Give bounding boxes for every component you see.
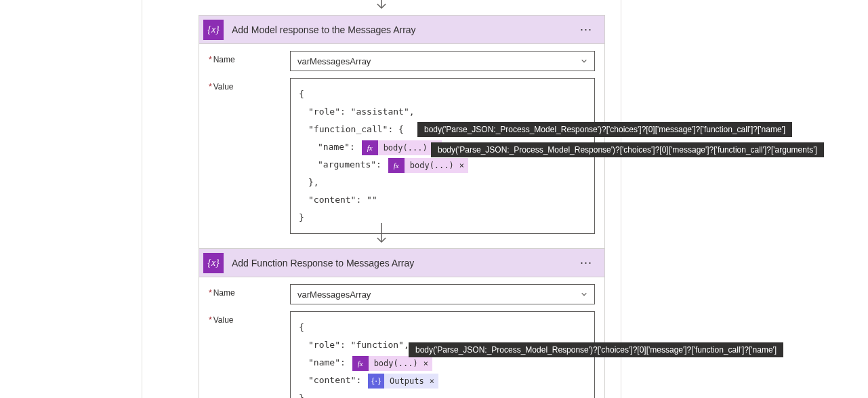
required-mark: * bbox=[209, 82, 212, 92]
more-menu-button[interactable]: ··· bbox=[577, 253, 595, 273]
required-mark: * bbox=[209, 288, 212, 298]
dynamic-content-icon: {·} bbox=[368, 374, 384, 389]
token-label: Outputs bbox=[384, 374, 430, 389]
expression-tooltip-name: body('Parse_JSON:_Process_Model_Response… bbox=[417, 122, 792, 137]
card-title: Add Model response to the Messages Array bbox=[232, 24, 577, 35]
action-card-add-function-response: {x} Add Function Response to Messages Ar… bbox=[199, 248, 605, 398]
token-remove-button[interactable]: × bbox=[459, 158, 468, 173]
field-label-name: *Name bbox=[209, 284, 290, 298]
variable-action-icon: {x} bbox=[203, 253, 224, 273]
container-border-right bbox=[621, 0, 621, 398]
expression-token-name[interactable]: fx body(...) × bbox=[362, 140, 442, 155]
code-line: "content": {·} Outputs × bbox=[299, 372, 586, 389]
chevron-down-icon bbox=[581, 58, 587, 64]
connector-arrow-top bbox=[142, 0, 621, 14]
field-row-name: *Name varMessagesArray bbox=[209, 51, 595, 71]
code-line: } bbox=[299, 389, 586, 398]
expression-token-arguments[interactable]: fx body(...) × bbox=[388, 158, 468, 173]
code-line: "arguments": fx body(...) × bbox=[299, 156, 586, 174]
name-select-value: varMessagesArray bbox=[297, 56, 371, 66]
required-mark: * bbox=[209, 315, 212, 325]
chevron-down-icon bbox=[581, 291, 587, 298]
card-title: Add Function Response to Messages Array bbox=[232, 258, 577, 268]
token-label: body(...) bbox=[405, 158, 459, 173]
connector-arrow-middle bbox=[142, 221, 621, 248]
expression-token-name[interactable]: fx body(...) × bbox=[352, 356, 432, 371]
more-menu-button[interactable]: ··· bbox=[577, 20, 595, 39]
variable-action-icon: {x} bbox=[203, 20, 224, 40]
code-line: { bbox=[299, 319, 586, 336]
card-header[interactable]: {x} Add Function Response to Messages Ar… bbox=[199, 249, 604, 277]
outputs-token[interactable]: {·} Outputs × bbox=[368, 374, 438, 389]
fx-icon: fx bbox=[388, 158, 405, 173]
required-mark: * bbox=[209, 55, 212, 64]
flow-canvas: {x} Add Model response to the Messages A… bbox=[142, 0, 621, 398]
field-label-value: *Value bbox=[209, 78, 290, 92]
field-label-value: *Value bbox=[209, 311, 290, 325]
code-line: }, bbox=[299, 174, 586, 191]
token-label: body(...) bbox=[378, 140, 433, 155]
fx-icon: fx bbox=[352, 356, 369, 371]
field-row-name: *Name varMessagesArray bbox=[209, 284, 595, 304]
chevron-down-icon bbox=[375, 0, 388, 12]
name-select-value: varMessagesArray bbox=[297, 290, 371, 300]
code-line: "content": "" bbox=[299, 191, 586, 209]
token-remove-button[interactable]: × bbox=[430, 374, 438, 389]
expression-tooltip-arguments: body('Parse_JSON:_Process_Model_Response… bbox=[431, 142, 824, 157]
field-label-name: *Name bbox=[209, 51, 290, 64]
code-line: { bbox=[299, 85, 586, 103]
code-line: "role": "assistant", bbox=[299, 103, 586, 121]
token-remove-button[interactable]: × bbox=[423, 356, 432, 371]
card-body: *Name varMessagesArray *Value { "role": bbox=[199, 277, 604, 398]
card-header[interactable]: {x} Add Model response to the Messages A… bbox=[199, 16, 604, 44]
chevron-down-icon bbox=[375, 223, 388, 246]
name-select[interactable]: varMessagesArray bbox=[290, 51, 595, 71]
token-label: body(...) bbox=[369, 356, 423, 371]
expression-tooltip-name: body('Parse_JSON:_Process_Model_Response… bbox=[409, 342, 783, 357]
name-select[interactable]: varMessagesArray bbox=[290, 284, 595, 304]
fx-icon: fx bbox=[362, 140, 378, 155]
